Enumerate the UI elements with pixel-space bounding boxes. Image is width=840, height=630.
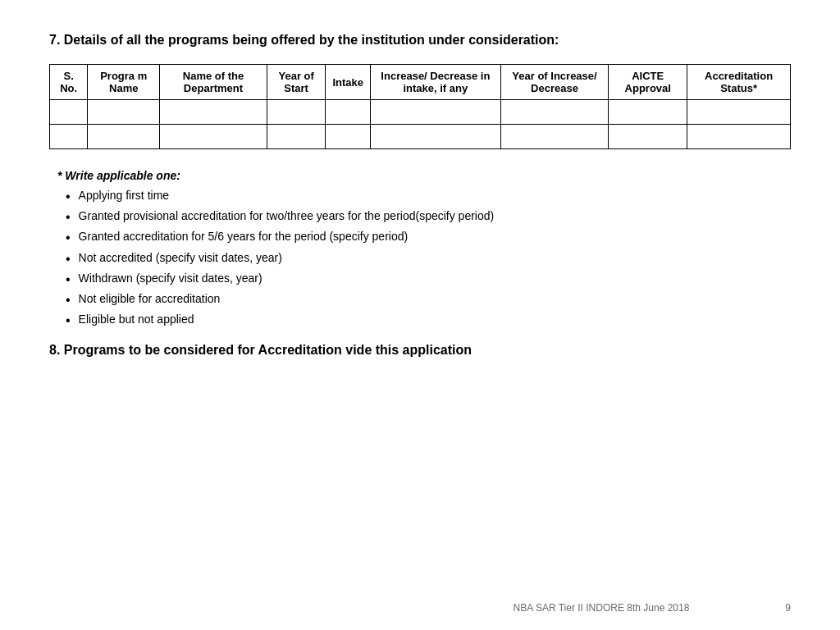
list-item: Granted accreditation for 5/6 years for … [66,230,791,245]
cell [500,125,609,149]
col-increase-decrease: Increase/ Decrease in intake, if any [371,65,501,100]
col-accreditation: Accreditation Status* [687,65,791,100]
cell [88,125,160,149]
programs-table: S. No. Progra m Name Name of the Departm… [49,64,791,149]
table-header-row: S. No. Progra m Name Name of the Departm… [50,65,791,100]
page-container: 7. Details of all the programs being off… [0,0,840,630]
cell [160,100,267,125]
cell [371,125,501,149]
table-row [50,125,791,149]
list-item: Eligible but not applied [66,313,791,328]
cell [371,100,501,125]
section-7-title: 7. Details of all the programs being off… [49,33,791,48]
col-aicte: AICTE Approval [609,65,687,100]
asterisk-title: * Write applicable one: [57,169,791,182]
footer-left [49,602,418,614]
list-item: Granted provisional accreditation for tw… [66,209,791,225]
cell [687,100,791,125]
cell [326,125,371,149]
cell [267,100,326,125]
cell [609,125,687,149]
col-year-increase: Year of Increase/ Decrease [500,65,609,100]
list-item: Applying first time [66,189,791,204]
cell [326,100,371,125]
programs-table-container: S. No. Progra m Name Name of the Departm… [49,64,791,149]
cell [609,100,687,125]
cell [50,100,88,125]
footer-page-number: 9 [785,602,791,614]
list-item: Not accredited (specify visit dates, yea… [66,251,791,267]
col-sno: S. No. [50,65,88,100]
cell [687,125,791,149]
col-program-name: Progra m Name [88,65,160,100]
footer-center: NBA SAR Tier II INDORE 8th June 2018 [418,602,786,614]
footer: NBA SAR Tier II INDORE 8th June 2018 9 [0,602,840,614]
cell [267,125,326,149]
col-dept-name: Name of the Department [160,65,267,100]
list-item: Withdrawn (specify visit dates, year) [66,272,791,287]
cell [500,100,609,125]
col-year-start: Year of Start [267,65,326,100]
asterisk-section: * Write applicable one: Applying first t… [49,169,791,328]
col-intake: Intake [326,65,371,100]
cell [50,125,88,149]
bullet-list: Applying first time Granted provisional … [57,189,791,328]
cell [160,125,267,149]
section-8-title: 8. Programs to be considered for Accredi… [49,343,791,358]
table-row [50,100,791,125]
list-item: Not eligible for accreditation [66,292,791,308]
cell [88,100,160,125]
